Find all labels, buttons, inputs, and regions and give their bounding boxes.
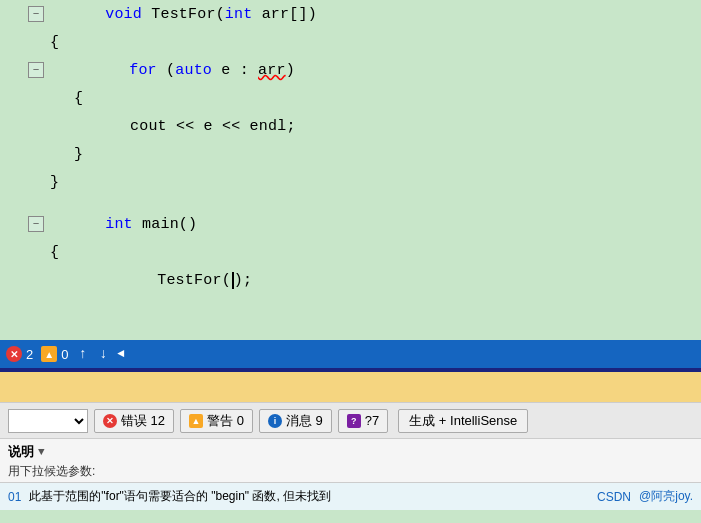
- code-content-3: for (auto e : arr): [46, 45, 295, 96]
- status-bar: ✕ 2 ▲ 0 ↑ ↓ ◄: [0, 340, 701, 368]
- warn-btn-label: 警告 0: [207, 412, 244, 430]
- nav-left[interactable]: ◄: [117, 347, 124, 361]
- csdn-link[interactable]: CSDN: [597, 490, 631, 504]
- code-line-1: − void TestFor(int arr[]): [0, 0, 701, 28]
- code-line-11: TestFor();: [0, 266, 701, 294]
- arr-underline: arr: [258, 62, 286, 79]
- fold-btn-1[interactable]: −: [28, 6, 44, 22]
- code-line-3: − for (auto e : arr): [0, 56, 701, 84]
- plain-text: (: [157, 62, 175, 79]
- desc-label: 用下拉候选参数:: [8, 463, 693, 480]
- warning-count: 0: [61, 347, 68, 362]
- desc-expand-arrow[interactable]: ▼: [38, 446, 45, 458]
- keyword-auto: auto: [175, 62, 212, 79]
- q-btn-icon: ?: [347, 414, 361, 428]
- nav-down[interactable]: ↓: [97, 346, 109, 362]
- desc-header: 说明 ▼: [8, 443, 693, 461]
- plain-text: cout << e << endl;: [130, 118, 296, 135]
- error-msg-text: 此基于范围的"for"语句需要适合的 "begin" 函数, 但未找到: [29, 488, 597, 505]
- warning-count-group: ▲ 0: [41, 346, 68, 362]
- nav-up[interactable]: ↑: [76, 346, 88, 362]
- info-btn-icon: i: [268, 414, 282, 428]
- fold-btn-9[interactable]: −: [28, 216, 44, 232]
- plain-text: main(): [133, 216, 197, 233]
- error-btn[interactable]: ✕ 错误 12: [94, 409, 174, 433]
- code-content-11: TestFor();: [46, 255, 252, 306]
- code-line-6: }: [0, 140, 701, 168]
- desc-title: 说明: [8, 443, 34, 461]
- q-btn-label: ?7: [365, 413, 379, 428]
- plain-text: TestFor(: [142, 6, 225, 23]
- plain-text: }: [74, 146, 83, 163]
- error-count: 2: [26, 347, 33, 362]
- toolbar-row: ✕ 错误 12 ▲ 警告 0 i 消息 9 ? ?7 生成 + IntelliS…: [0, 402, 701, 438]
- author-link[interactable]: @阿亮joy.: [639, 488, 693, 505]
- warn-btn[interactable]: ▲ 警告 0: [180, 409, 253, 433]
- info-btn[interactable]: i 消息 9: [259, 409, 332, 433]
- error-line-number: 01: [8, 490, 21, 504]
- code-content-4: {: [46, 90, 83, 107]
- code-content-6: }: [46, 146, 83, 163]
- error-btn-icon: ✕: [103, 414, 117, 428]
- warn-btn-icon: ▲: [189, 414, 203, 428]
- fold-btn-3[interactable]: −: [28, 62, 44, 78]
- keyword-int-main: int: [105, 216, 133, 233]
- toolbar-dropdown[interactable]: [8, 409, 88, 433]
- q-btn[interactable]: ? ?7: [338, 409, 388, 433]
- keyword-int: int: [225, 6, 253, 23]
- code-line-5: cout << e << endl;: [0, 112, 701, 140]
- keyword-for: for: [129, 62, 157, 79]
- error-icon: ✕: [6, 346, 22, 362]
- code-content-5: cout << e << endl;: [46, 118, 296, 135]
- plain-text: TestFor(: [157, 272, 231, 289]
- warning-icon: ▲: [41, 346, 57, 362]
- plain-text: arr[]): [252, 6, 316, 23]
- error-msg-bar: 01 此基于范围的"for"语句需要适合的 "begin" 函数, 但未找到 C…: [0, 482, 701, 510]
- code-line-9: − int main(): [0, 210, 701, 238]
- code-content-9: int main(): [46, 199, 197, 250]
- plain-text: {: [74, 90, 83, 107]
- plain-text: e :: [212, 62, 258, 79]
- code-line-7: }: [0, 168, 701, 196]
- error-count-group: ✕ 2: [6, 346, 33, 362]
- plain-text: }: [50, 174, 59, 191]
- build-btn[interactable]: 生成 + IntelliSense: [398, 409, 528, 433]
- description-area: 说明 ▼ 用下拉候选参数:: [0, 438, 701, 482]
- plain-text: );: [234, 272, 252, 289]
- plain-text: ): [286, 62, 295, 79]
- code-content-1: void TestFor(int arr[]): [46, 0, 317, 40]
- code-editor: − void TestFor(int arr[]) { − for (auto …: [0, 0, 701, 340]
- error-btn-label: 错误 12: [121, 412, 165, 430]
- build-btn-label: 生成 + IntelliSense: [409, 412, 517, 430]
- yellow-area: [0, 372, 701, 402]
- keyword-void: void: [105, 6, 142, 23]
- info-btn-label: 消息 9: [286, 412, 323, 430]
- code-content-7: }: [46, 174, 59, 191]
